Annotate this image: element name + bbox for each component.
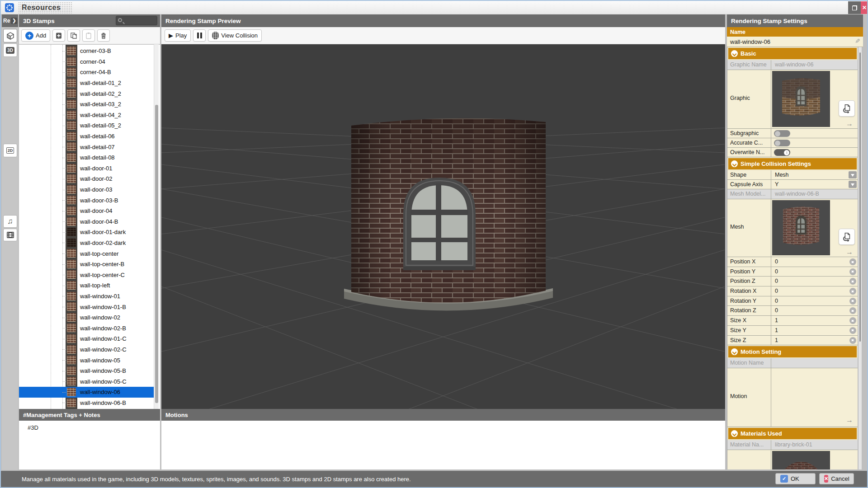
stamp-list-item[interactable]: wall-detail-01_2 <box>19 78 155 89</box>
ok-button[interactable]: ✓ OK <box>775 473 816 484</box>
stamp-list-item[interactable]: wall-top-center-C <box>19 269 155 280</box>
scrollbar-thumb[interactable] <box>859 52 861 342</box>
stamp-list-item[interactable]: wall-detail-08 <box>19 152 155 163</box>
stamp-list-item[interactable]: wall-detail-05_2 <box>19 120 155 131</box>
transform-value[interactable]: 0 <box>775 307 778 314</box>
copy-button[interactable] <box>67 29 80 42</box>
spinner-icon[interactable] <box>849 288 856 295</box>
transform-value[interactable]: 0 <box>775 258 778 265</box>
spinner-icon[interactable] <box>849 307 856 314</box>
add-stamp-button[interactable]: + Add <box>21 29 50 42</box>
new-item-button[interactable] <box>52 29 65 42</box>
rail-tab-3d-stamps[interactable] <box>3 29 17 42</box>
stamp-list-item[interactable]: wall-window-05-B <box>19 366 155 376</box>
stamp-list-item[interactable]: corner-04 <box>19 56 155 67</box>
restore-window-button[interactable] <box>848 1 861 14</box>
open-graphic-arrow[interactable]: → <box>846 120 853 127</box>
import-graphic-button[interactable] <box>839 100 855 117</box>
play-button[interactable]: ▶ Play <box>165 29 191 42</box>
stamp-list-scrollbar[interactable] <box>154 44 159 409</box>
rail-tab-sounds[interactable]: ♫ <box>3 215 17 228</box>
section-simple-collision[interactable]: Simple Collision Settings <box>728 158 857 169</box>
transform-value[interactable]: 1 <box>775 327 778 333</box>
name-field[interactable]: wall-window-06 ✎ <box>727 37 863 47</box>
rail-tab-3d-models[interactable]: 3D <box>3 43 17 57</box>
section-motion-setting[interactable]: Motion Setting <box>728 346 857 357</box>
open-mesh-arrow[interactable]: → <box>846 249 853 256</box>
expand-rail-button[interactable]: ❯ <box>11 18 17 24</box>
settings-body[interactable]: Basic Graphic Name wall-window-06 Graphi… <box>727 47 858 469</box>
stamp-list-item[interactable]: wall-door-04 <box>19 206 155 216</box>
transform-value[interactable]: 0 <box>775 298 778 304</box>
mesh-thumbnail[interactable] <box>772 200 830 255</box>
stamp-list-item[interactable]: wall-door-01-dark <box>19 227 155 238</box>
overwrite-toggle[interactable] <box>774 149 790 156</box>
3d-viewport[interactable] <box>161 44 725 409</box>
accurate-collision-toggle[interactable] <box>774 140 790 146</box>
stamp-list-item[interactable]: wall-window-02-B <box>19 323 155 333</box>
stamp-list-item[interactable]: wall-window-06 <box>19 387 155 398</box>
transform-value[interactable]: 0 <box>775 278 778 284</box>
transform-value[interactable]: 1 <box>775 337 778 343</box>
spinner-icon[interactable] <box>849 337 856 344</box>
tags-notes-area[interactable]: #3D <box>19 421 160 469</box>
paste-button[interactable] <box>82 29 95 42</box>
import-mesh-button[interactable] <box>839 229 855 245</box>
stamp-list-item[interactable]: wall-window-06-B <box>19 398 155 408</box>
open-motion-arrow[interactable]: → <box>846 417 853 424</box>
stamp-list-item[interactable]: wall-detail-04_2 <box>19 110 155 121</box>
stamp-list-item[interactable]: wall-window-05-C <box>19 376 155 387</box>
spinner-icon[interactable] <box>849 268 856 275</box>
view-collision-button[interactable]: View Collision <box>208 29 262 42</box>
stamp-search-input[interactable] <box>116 16 157 25</box>
transform-value[interactable]: 1 <box>775 317 778 324</box>
section-materials-used[interactable]: Materials Used <box>728 428 857 439</box>
spinner-icon[interactable] <box>849 327 856 334</box>
close-window-button[interactable]: ✕ <box>861 1 868 14</box>
motions-list-area[interactable] <box>161 421 725 469</box>
shape-dropdown-button[interactable] <box>849 171 857 178</box>
stamp-list-item[interactable]: wall-door-04-B <box>19 216 155 227</box>
section-basic[interactable]: Basic <box>728 48 857 59</box>
pause-button[interactable] <box>193 29 206 42</box>
stamp-list-item[interactable]: wall-window-01-C <box>19 333 155 344</box>
spinner-icon[interactable] <box>849 298 856 305</box>
cancel-button[interactable]: ✕ Cancel <box>819 473 854 484</box>
stamp-list-item[interactable]: wall-door-02-dark <box>19 238 155 249</box>
material-thumbnail[interactable] <box>772 451 830 469</box>
subgraphic-toggle[interactable] <box>774 130 790 137</box>
graphic-thumbnail[interactable] <box>772 71 830 127</box>
settings-scrollbar[interactable] <box>859 47 862 469</box>
stamp-list-item[interactable]: wall-window-01 <box>19 291 155 302</box>
stamp-list-item[interactable]: wall-top-center-B <box>19 259 155 270</box>
stamp-list-item[interactable]: corner-03-B <box>19 46 155 56</box>
stamp-list-item[interactable]: wall-window-05 <box>19 355 155 366</box>
delete-button[interactable] <box>97 29 110 42</box>
stamp-list-item[interactable]: wall-detail-03_2 <box>19 99 155 110</box>
stamp-list-item[interactable]: wall-detail-06 <box>19 131 155 142</box>
scrollbar-thumb[interactable] <box>155 105 158 403</box>
stamp-list-item[interactable]: wall-window-02-C <box>19 344 155 355</box>
stamp-list-item[interactable]: wall-detail-07 <box>19 141 155 152</box>
stamp-list-item[interactable]: wall-door-03 <box>19 184 155 195</box>
transform-value[interactable]: 0 <box>775 268 778 275</box>
spinner-icon[interactable] <box>849 317 856 324</box>
stamp-list-item[interactable]: wall-window-02 <box>19 312 155 323</box>
stamp-list-item[interactable]: wall-door-02 <box>19 174 155 184</box>
stamp-list-item[interactable]: wall-door-03-B <box>19 195 155 206</box>
rail-tab-movies[interactable] <box>3 229 17 241</box>
rail-tab-2d-sprites[interactable]: 2D <box>3 144 17 157</box>
stamp-list-item[interactable]: wall-top-center <box>19 248 155 259</box>
stamp-list-item[interactable]: wall-detail-02_2 <box>19 88 155 99</box>
stamp-list-item[interactable]: corner-04-B <box>19 67 155 78</box>
edit-pencil-icon[interactable]: ✎ <box>855 38 860 45</box>
transform-value[interactable]: 0 <box>775 288 778 294</box>
spinner-icon[interactable] <box>849 258 856 265</box>
stamp-list-item[interactable]: wall-top-left <box>19 280 155 291</box>
stamp-list[interactable]: corner-03-Bcorner-04corner-04-Bwall-deta… <box>19 44 160 409</box>
material-name-value: library-brick-01 <box>771 440 858 450</box>
stamp-list-item[interactable]: wall-window-01-B <box>19 301 155 312</box>
spinner-icon[interactable] <box>849 278 856 285</box>
stamp-list-item[interactable]: wall-door-01 <box>19 163 155 174</box>
capsule-axis-dropdown-button[interactable] <box>849 181 857 188</box>
